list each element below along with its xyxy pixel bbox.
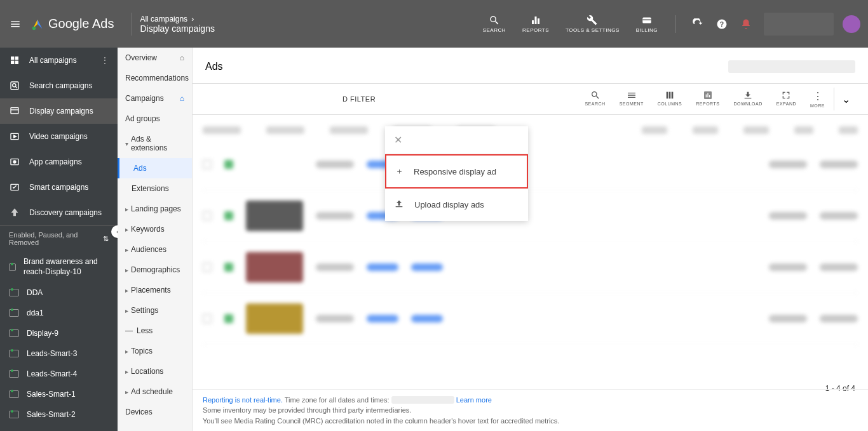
user-avatar[interactable]	[843, 15, 860, 33]
grid-icon	[9, 55, 20, 66]
campaign-item[interactable]: Leads-Smart-4	[0, 364, 118, 384]
nav-app-campaigns[interactable]: App campaigns	[0, 149, 118, 175]
wrench-icon	[587, 15, 598, 26]
close-dropdown-button[interactable]: ✕	[385, 126, 528, 154]
nav2-recommendations[interactable]: Recommendations	[118, 68, 192, 88]
caret-right-icon: ▸	[125, 226, 128, 233]
svg-point-0	[32, 26, 36, 29]
campaign-label: Display-9	[27, 329, 58, 338]
nav2-locations[interactable]: ▸Locations	[118, 361, 192, 381]
nav2-ads-extensions[interactable]: ▾Ads & extensions	[118, 129, 192, 158]
search-box-icon	[9, 80, 20, 91]
table-toolbar: D FILTER SEARCH SEGMENT COLUMNS REPORTS …	[193, 84, 868, 115]
campaign-item[interactable]: Display-9	[0, 323, 118, 343]
nav-search-campaigns[interactable]: Search campaigns	[0, 73, 118, 98]
nav2-label: Demographics	[131, 265, 180, 274]
campaign-label: dda1	[27, 308, 44, 317]
svg-rect-24	[707, 93, 708, 98]
nav2-audiences[interactable]: ▸Audiences	[118, 239, 192, 260]
learn-more-link[interactable]: Learn more	[456, 396, 492, 404]
svg-rect-25	[709, 95, 710, 97]
responsive-display-ad-option[interactable]: ＋ Responsive display ad	[385, 154, 528, 189]
header-reports-button[interactable]: REPORTS	[516, 15, 555, 33]
expand-chart-button[interactable]: ⌄	[834, 88, 858, 110]
nav2-keywords[interactable]: ▸Keywords	[118, 219, 192, 239]
toolbar-reports[interactable]: REPORTS	[691, 88, 724, 110]
nav2-topics[interactable]: ▸Topics	[118, 341, 192, 361]
search-icon	[489, 15, 500, 26]
home-icon: ⌂	[180, 94, 184, 103]
svg-rect-6	[15, 56, 18, 60]
campaign-item[interactable]: Sales-Smart-1	[0, 384, 118, 404]
campaign-item[interactable]: DDA	[0, 282, 118, 303]
hamburger-icon[interactable]	[8, 17, 23, 32]
campaign-item[interactable]: Leads-Smart-3	[0, 343, 118, 364]
bell-icon	[740, 18, 752, 30]
nav-all-campaigns[interactable]: All campaigns ⋮	[0, 48, 118, 73]
video-icon	[9, 131, 20, 142]
campaign-filter-status[interactable]: Enabled, Paused, and Removed ⇅	[0, 226, 118, 251]
campaign-item[interactable]: dda1	[0, 303, 118, 323]
divider	[132, 13, 132, 36]
nav2-devices[interactable]: Devices	[118, 402, 192, 422]
nav-video-campaigns[interactable]: Video campaigns	[0, 124, 118, 149]
toolbar-segment[interactable]: SEGMENT	[614, 88, 649, 110]
toolbar-more[interactable]: ⋮MORE	[805, 88, 830, 110]
google-ads-logo[interactable]: Google Ads	[31, 17, 114, 31]
nav2-landing-pages[interactable]: ▸Landing pages	[118, 199, 192, 219]
svg-point-17	[13, 161, 16, 163]
toolbar-columns[interactable]: COLUMNS	[653, 88, 688, 110]
nav-label: All campaigns	[29, 56, 77, 65]
nav2-settings[interactable]: ▸Settings	[118, 300, 192, 321]
campaign-label: Brand awareness and reach-Display-10	[24, 257, 109, 277]
nav-display-campaigns[interactable]: Display campaigns	[0, 98, 118, 124]
nav-smart-campaigns[interactable]: Smart campaigns	[0, 175, 118, 200]
toolbar-download[interactable]: DOWNLOAD	[728, 88, 767, 110]
nav2-ad-groups[interactable]: Ad groups	[118, 109, 192, 129]
campaign-label: Leads-Smart-3	[27, 349, 77, 358]
nav2-placements[interactable]: ▸Placements	[118, 280, 192, 300]
refresh-button[interactable]	[688, 14, 708, 34]
refresh-icon	[692, 18, 703, 30]
campaign-label: DDA	[27, 288, 43, 297]
svg-rect-9	[11, 82, 18, 90]
campaign-item[interactable]: Sales-Smart-2	[0, 404, 118, 425]
campaign-item[interactable]: Brand awareness and reach-Display-10	[0, 251, 118, 282]
nav-label: Discovery campaigns	[29, 208, 102, 217]
toolbar-expand[interactable]: EXPAND	[771, 88, 801, 110]
nav-discovery-campaigns[interactable]: Discovery campaigns	[0, 200, 118, 225]
nav2-extensions[interactable]: Extensions	[118, 178, 192, 199]
nav2-overview[interactable]: Overview⌂	[118, 48, 192, 68]
caret-right-icon: ▸	[125, 348, 128, 355]
nav2-campaigns[interactable]: Campaigns⌂	[118, 88, 192, 109]
footer-text: You'll see Media Rating Council (MRC) ac…	[203, 416, 858, 427]
header-tools-button[interactable]: TOOLS & SETTINGS	[559, 15, 626, 33]
more-icon[interactable]: ⋮	[101, 56, 109, 65]
app-icon	[9, 156, 20, 168]
reporting-realtime-link[interactable]: Reporting is not real-time.	[203, 396, 283, 404]
secondary-nav: Overview⌂ Recommendations Campaigns⌂ Ad …	[118, 48, 193, 431]
help-button[interactable]: ?	[712, 14, 732, 34]
header-search-button[interactable]: SEARCH	[477, 15, 512, 33]
create-ad-dropdown: ✕ ＋ Responsive display ad Upload display…	[385, 126, 528, 221]
toolbar-search[interactable]: SEARCH	[580, 88, 610, 110]
nav2-label: Topics	[131, 347, 153, 355]
notifications-button[interactable]	[736, 14, 756, 34]
content-area: Ads D FILTER SEARCH SEGMENT COLUMNS REPO…	[193, 48, 868, 431]
nav2-ads[interactable]: Ads	[118, 158, 192, 178]
breadcrumb-parent: All campaigns	[140, 15, 187, 23]
breadcrumb[interactable]: All campaigns› Display campaigns	[140, 15, 215, 34]
nav2-demographics[interactable]: ▸Demographics	[118, 260, 192, 280]
upload-display-ads-option[interactable]: Upload display ads	[385, 189, 528, 221]
chevron-left-icon: ‹	[116, 227, 118, 236]
nav2-label: Extensions	[132, 184, 169, 193]
nav2-less[interactable]: Less	[118, 321, 192, 341]
discovery-icon	[9, 207, 20, 218]
nav2-ad-schedule[interactable]: ▸Ad schedule	[118, 381, 192, 402]
swap-icon[interactable]: ⇅	[103, 235, 109, 243]
campaign-status-icon	[9, 350, 19, 357]
breadcrumb-current: Display campaigns	[140, 23, 215, 34]
help-icon: ?	[716, 18, 728, 30]
header-billing-button[interactable]: BILLING	[630, 15, 664, 33]
menu-label: Responsive display ad	[414, 167, 496, 176]
